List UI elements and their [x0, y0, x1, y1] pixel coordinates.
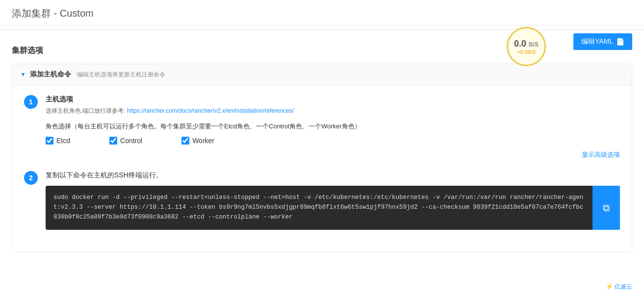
footer-brand: ⚡ 亿速云 — [606, 283, 632, 290]
etcd-checkbox-item: Etcd — [46, 137, 70, 145]
etcd-label: Etcd — [56, 137, 70, 145]
edit-yaml-button[interactable]: 编辑YAML 📄 — [573, 33, 632, 50]
step-2-title: 复制以下命令在主机的SSH终端运行。 — [46, 171, 620, 180]
command-block: sudo docker run -d --privileged --restar… — [46, 186, 620, 230]
etcd-checkbox[interactable] — [46, 137, 53, 145]
metrics-value: 0.0 B/S — [514, 39, 539, 49]
header-divider — [0, 29, 644, 30]
page-title: 添加集群 - Custom — [12, 7, 632, 20]
collapsible-subtitle: 编辑主机选项将更新主机注册命令 — [77, 71, 165, 79]
step-1-desc: 选择主机角色.端口放行请参考: https://rancher.com/docs… — [46, 107, 620, 115]
step-1-number: 1 — [24, 95, 38, 109]
step-2-number: 2 — [24, 171, 38, 185]
collapsible-section: ▼ 添加主机命令 编辑主机选项将更新主机注册命令 1 主机选项 选择主机角色.端… — [12, 64, 632, 252]
file-icon: 📄 — [616, 38, 624, 46]
page-container: 添加集群 - Custom 0.0 B/S +0.08/S 编辑YAML 📄 集… — [0, 0, 644, 295]
worker-checkbox-item: Worker — [181, 137, 214, 145]
copy-command-button[interactable]: ⧉ — [592, 186, 620, 230]
brand-icon: ⚡ — [606, 283, 613, 290]
step-1-title: 主机选项 — [46, 95, 620, 104]
advanced-options-link[interactable]: 显示高级选项 — [46, 150, 620, 159]
step-1-block: 1 主机选项 选择主机角色.端口放行请参考: https://rancher.c… — [24, 95, 620, 159]
collapsible-title: 添加主机命令 — [30, 70, 71, 79]
advanced-options-text: 显示高级选项 — [582, 150, 620, 159]
section-title: 集群选项 — [12, 46, 43, 56]
metrics-badge: 0.0 B/S +0.08/S — [507, 27, 546, 66]
page-header: 添加集群 - Custom — [0, 0, 644, 25]
step-2-block: 2 复制以下命令在主机的SSH终端运行。 sudo docker run -d … — [24, 171, 620, 230]
metrics-number: 0.0 — [514, 39, 526, 49]
step-1-content: 主机选项 选择主机角色.端口放行请参考: https://rancher.com… — [46, 95, 620, 159]
collapsible-body: 1 主机选项 选择主机角色.端口放行请参考: https://rancher.c… — [12, 85, 632, 251]
worker-checkbox[interactable] — [181, 137, 189, 145]
control-label: Control — [120, 137, 142, 145]
metrics-unit: B/S — [529, 41, 539, 48]
copy-icon: ⧉ — [603, 202, 610, 214]
control-checkbox-item: Control — [109, 137, 142, 145]
command-text: sudo docker run -d --privileged --restar… — [46, 186, 592, 230]
checkboxes-row: Etcd Control Worker — [46, 137, 620, 145]
control-checkbox[interactable] — [109, 137, 117, 145]
reference-link[interactable]: https://rancher.com/docs/rancher/v2.x/en… — [127, 107, 294, 114]
role-selection-label: 角色选择（每台主机可以运行多个角色。每个集群至少需要一个Etcd角色、一个Con… — [46, 122, 620, 131]
worker-label: Worker — [192, 137, 214, 145]
metrics-delta: +0.08/S — [517, 49, 536, 55]
footer: ⚡ 亿速云 — [594, 279, 644, 295]
collapsible-header[interactable]: ▼ 添加主机命令 编辑主机选项将更新主机注册命令 — [12, 64, 632, 85]
edit-yaml-label: 编辑YAML — [581, 37, 613, 46]
main-content: 集群选项 ▼ 添加主机命令 编辑主机选项将更新主机注册命令 1 主机选项 选择主… — [0, 38, 644, 268]
brand-name: 亿速云 — [615, 283, 632, 290]
step-2-content: 复制以下命令在主机的SSH终端运行。 sudo docker run -d --… — [46, 171, 620, 230]
chevron-down-icon: ▼ — [20, 71, 26, 78]
